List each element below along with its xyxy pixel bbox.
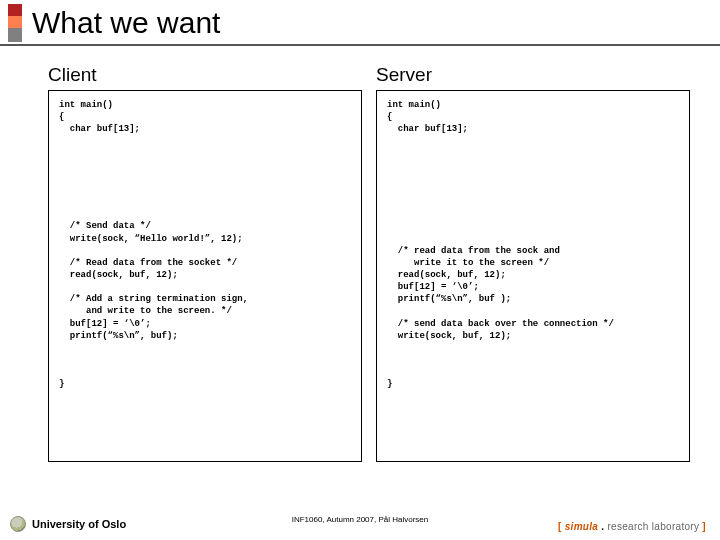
accent-stripes (8, 4, 22, 42)
accent-red (8, 4, 22, 16)
slide: What we want Client int main() { char bu… (0, 0, 720, 540)
client-codebox: int main() { char buf[13]; /* Send data … (48, 90, 362, 462)
university-label: University of Oslo (32, 518, 126, 530)
client-heading: Client (48, 64, 362, 86)
content-row: Client int main() { char buf[13]; /* Sen… (0, 46, 720, 462)
slide-title: What we want (32, 8, 220, 38)
footer: University of Oslo INF1060, Autumn 2007,… (0, 516, 720, 532)
footer-right: [ simula . research laboratory ] (558, 521, 706, 532)
simula-word: simula (562, 521, 602, 532)
accent-gray (8, 28, 22, 42)
simula-rest: research laboratory (604, 521, 702, 532)
server-column: Server int main() { char buf[13]; /* rea… (376, 64, 690, 462)
bracket-close: ] (702, 521, 706, 532)
crest-icon (10, 516, 26, 532)
client-code: int main() { char buf[13]; /* Send data … (59, 99, 351, 390)
client-column: Client int main() { char buf[13]; /* Sen… (48, 64, 362, 462)
server-codebox: int main() { char buf[13]; /* read data … (376, 90, 690, 462)
footer-mid: INF1060, Autumn 2007, Pål Halvorsen (292, 515, 429, 524)
server-code: int main() { char buf[13]; /* read data … (387, 99, 679, 390)
title-bar: What we want (0, 0, 720, 42)
footer-left: University of Oslo (10, 516, 126, 532)
accent-orange (8, 16, 22, 28)
server-heading: Server (376, 64, 690, 86)
